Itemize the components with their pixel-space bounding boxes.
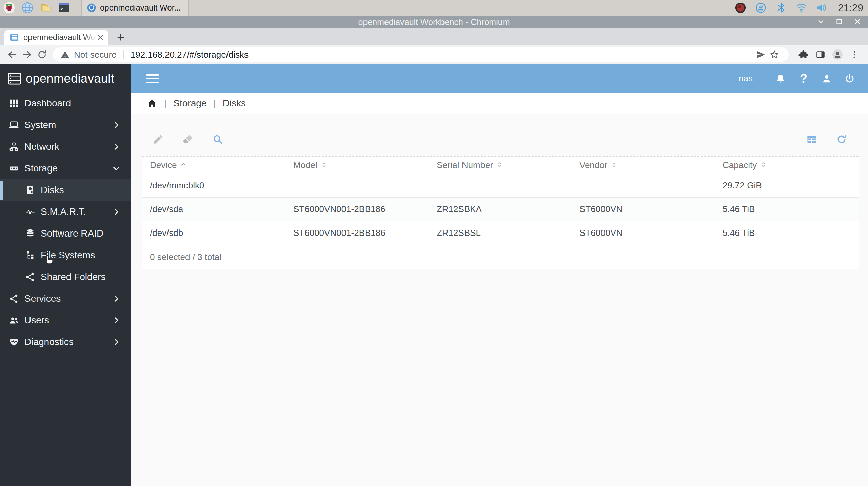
- volume-icon[interactable]: [815, 1, 828, 14]
- tab-strip: openmediavault Workbe: [0, 28, 868, 45]
- breadcrumb-page: Disks: [223, 98, 246, 109]
- filesystems-icon: [25, 250, 35, 260]
- omv-favicon-icon: [10, 33, 19, 42]
- side-panel-icon[interactable]: [813, 47, 828, 62]
- sidebar-item-system[interactable]: System: [0, 114, 131, 136]
- page-content: Device Model Serial Number Vendor: [131, 114, 868, 486]
- back-button[interactable]: [5, 47, 20, 62]
- sort-icon: [496, 160, 503, 170]
- close-button[interactable]: [854, 18, 861, 27]
- sidebar-item-software-raid[interactable]: Software RAID: [0, 223, 131, 244]
- security-label: Not secure: [74, 49, 117, 60]
- sidebar-item-network[interactable]: Network: [0, 136, 131, 158]
- sort-icon: [321, 160, 328, 170]
- reload-button[interactable]: [35, 47, 50, 62]
- disk-icon: [25, 185, 35, 195]
- extensions-icon[interactable]: [796, 47, 811, 62]
- new-tab-button[interactable]: [113, 30, 128, 45]
- column-header-serial[interactable]: Serial Number: [429, 160, 572, 170]
- system-icon: [9, 120, 19, 130]
- chevron-right-icon: [112, 207, 121, 216]
- updates-icon[interactable]: [754, 1, 767, 14]
- chromium-icon: [86, 3, 97, 13]
- shared-folders-icon: [25, 272, 35, 282]
- edit-button[interactable]: [152, 133, 164, 145]
- mouse-cursor-hand: [43, 254, 56, 268]
- table-row[interactable]: /dev/sdb ST6000VN001-2BB186 ZR12SBSL ST6…: [142, 221, 859, 245]
- wifi-icon[interactable]: [795, 1, 808, 14]
- home-icon[interactable]: [146, 98, 157, 109]
- web-browser-icon[interactable]: [21, 1, 34, 14]
- app-header: nas ?: [131, 64, 868, 93]
- tab-close-icon[interactable]: [96, 33, 104, 41]
- sidebar-item-services[interactable]: Services: [0, 288, 131, 309]
- bookmark-star-icon[interactable]: [768, 48, 781, 61]
- omnibox-divider: [123, 50, 124, 59]
- sidebar-item-diagnostics[interactable]: Diagnostics: [0, 331, 131, 353]
- sidebar: openmediavault Dashboard System Network …: [0, 64, 131, 486]
- dashboard-icon: [9, 98, 19, 108]
- logo-text: openmediavault: [26, 72, 114, 86]
- bluetooth-icon[interactable]: [775, 1, 788, 14]
- sidebar-item-storage[interactable]: Storage: [0, 158, 131, 179]
- column-header-device[interactable]: Device: [142, 160, 286, 170]
- os-taskbar: >_ openmediavault Wor... 21:29: [0, 0, 868, 16]
- column-header-model[interactable]: Model: [286, 160, 429, 170]
- browser-tab[interactable]: openmediavault Workbe: [4, 30, 108, 45]
- selection-summary: 0 selected / 3 total: [150, 252, 221, 262]
- columns-button[interactable]: [806, 133, 818, 145]
- wipe-eraser-button[interactable]: [182, 133, 194, 145]
- table-row[interactable]: /dev/sda ST6000VN001-2BB186 ZR12SBKA ST6…: [142, 198, 859, 221]
- header-divider: [764, 73, 764, 85]
- help-icon[interactable]: ?: [797, 72, 810, 85]
- column-header-vendor[interactable]: Vendor: [572, 160, 715, 170]
- sort-icon: [760, 160, 767, 170]
- table-row[interactable]: /dev/mmcblk0 29.72 GiB: [142, 174, 859, 198]
- sort-icon: [611, 160, 617, 170]
- profile-avatar[interactable]: [830, 47, 845, 62]
- table-footer: 0 selected / 3 total: [142, 245, 859, 269]
- sidebar-item-dashboard[interactable]: Dashboard: [0, 93, 131, 114]
- disks-table: Device Model Serial Number Vendor: [142, 156, 859, 269]
- maximize-button[interactable]: [835, 18, 843, 27]
- sidebar-item-smart[interactable]: S.M.A.R.T.: [0, 201, 131, 223]
- smart-icon: [25, 207, 35, 217]
- power-icon[interactable]: [843, 72, 856, 85]
- sidebar-item-shared-folders[interactable]: Shared Folders: [0, 266, 131, 288]
- chevron-right-icon: [112, 338, 121, 346]
- column-header-capacity[interactable]: Capacity: [715, 160, 859, 170]
- camera-status-icon[interactable]: [734, 1, 747, 14]
- terminal-icon[interactable]: >_: [58, 1, 71, 14]
- hostname-label: nas: [738, 73, 753, 84]
- browser-titlebar: openmediavault Workbench - Chromium: [0, 16, 868, 28]
- sidebar-item-file-systems[interactable]: File Systems: [0, 244, 131, 266]
- omv-logo: openmediavault: [0, 64, 131, 93]
- omnibox[interactable]: Not secure 192.168.20.27/#/storage/disks: [53, 47, 789, 62]
- svg-text:>_: >_: [60, 6, 66, 12]
- forward-button[interactable]: [20, 47, 35, 62]
- table-header-row: Device Model Serial Number Vendor: [142, 157, 859, 174]
- storage-icon: [9, 163, 19, 174]
- taskbar-window-button[interactable]: openmediavault Wor...: [81, 0, 189, 16]
- omv-logo-icon: [7, 71, 22, 86]
- window-title: openmediavault Workbench - Chromium: [358, 17, 510, 27]
- raspberry-menu-icon[interactable]: [3, 1, 16, 14]
- address-bar: Not secure 192.168.20.27/#/storage/disks: [0, 45, 868, 64]
- chevron-right-icon: [112, 294, 121, 303]
- sidebar-item-users[interactable]: Users: [0, 309, 131, 331]
- minimize-button[interactable]: [817, 18, 825, 27]
- search-button[interactable]: [212, 133, 224, 145]
- taskbar-clock[interactable]: 21:29: [838, 2, 863, 14]
- browser-menu-kebab-icon[interactable]: [847, 47, 862, 62]
- diagnostics-icon: [9, 337, 19, 347]
- hamburger-menu-icon[interactable]: [146, 74, 159, 83]
- sidebar-item-disks[interactable]: Disks: [0, 179, 131, 201]
- sort-asc-icon: [180, 160, 187, 170]
- url-text: 192.168.20.27/#/storage/disks: [131, 49, 249, 60]
- notifications-bell-icon[interactable]: [774, 72, 787, 85]
- raid-icon: [25, 228, 35, 239]
- file-manager-icon[interactable]: [39, 1, 52, 14]
- user-icon[interactable]: [820, 72, 833, 85]
- send-to-device-icon[interactable]: [754, 48, 768, 61]
- reload-table-button[interactable]: [835, 133, 848, 145]
